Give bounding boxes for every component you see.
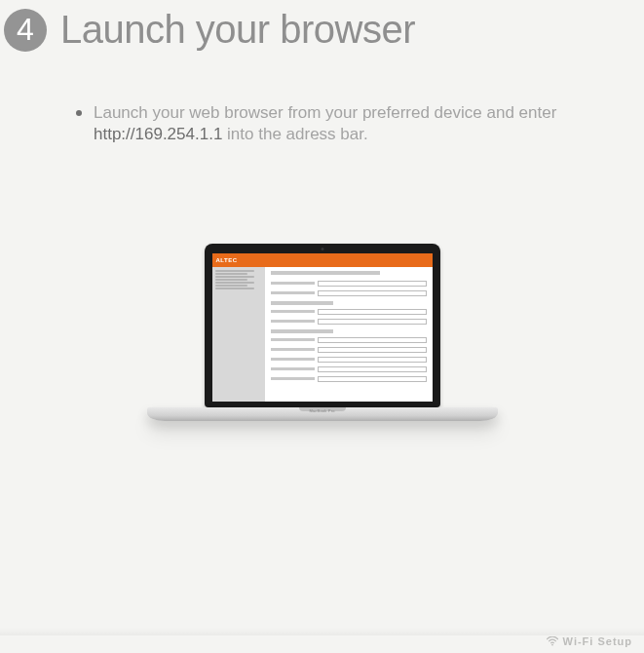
form-row — [271, 365, 427, 372]
step-number-badge: 4 — [4, 9, 47, 52]
bullet-icon — [76, 110, 82, 116]
brand-logo: ALTEC — [216, 257, 238, 263]
section-heading — [271, 271, 380, 275]
form-label — [271, 367, 315, 370]
form-row — [271, 336, 427, 343]
page-title: Launch your browser — [60, 8, 415, 52]
instruction-text: Launch your web browser from your prefer… — [94, 102, 581, 145]
step-header: 4 Launch your browser — [0, 0, 644, 52]
form-input — [318, 376, 427, 382]
config-body — [212, 267, 433, 402]
form-input — [318, 366, 427, 372]
form-input — [318, 290, 427, 296]
content-area: Launch your web browser from your prefer… — [0, 52, 644, 145]
footer-divider — [0, 628, 644, 635]
laptop-base: MacBook Pro — [147, 407, 498, 421]
section-heading — [271, 329, 333, 333]
form-row — [271, 356, 427, 363]
form-row — [271, 308, 427, 315]
form-input — [318, 337, 427, 343]
form-input — [318, 309, 427, 315]
sidebar-line — [215, 270, 255, 272]
sidebar-line — [215, 276, 255, 278]
sidebar-line — [215, 285, 248, 287]
instruction-url: http://169.254.1.1 — [94, 125, 222, 143]
config-main — [265, 267, 433, 402]
form-input — [318, 357, 427, 363]
sidebar-line — [215, 279, 248, 281]
step-number: 4 — [17, 12, 34, 48]
form-label — [271, 358, 315, 361]
sidebar-line — [215, 273, 248, 275]
config-topbar: ALTEC — [212, 253, 433, 267]
form-input — [318, 347, 427, 353]
form-row — [271, 346, 427, 353]
form-input — [318, 281, 427, 287]
form-label — [271, 310, 315, 313]
form-row — [271, 289, 427, 296]
laptop-model-label: MacBook Pro — [309, 408, 334, 413]
form-label — [271, 377, 315, 380]
svg-point-0 — [551, 644, 553, 646]
camera-icon — [321, 248, 323, 250]
form-input — [318, 319, 427, 325]
instruction-post: into the adress bar. — [222, 125, 367, 143]
laptop-screen: ALTEC — [212, 253, 433, 402]
form-label — [271, 338, 315, 341]
laptop-screen-frame: ALTEC — [205, 244, 440, 407]
form-row — [271, 375, 427, 382]
footer-label: Wi-Fi Setup — [563, 635, 632, 647]
form-label — [271, 348, 315, 351]
form-row — [271, 280, 427, 287]
sidebar-line — [215, 282, 255, 284]
section-heading — [271, 301, 333, 305]
instruction-bullet: Launch your web browser from your prefer… — [76, 102, 605, 145]
wifi-icon — [547, 636, 558, 646]
laptop-illustration: ALTEC — [147, 244, 498, 421]
sidebar-line — [215, 288, 255, 289]
form-label — [271, 291, 315, 294]
form-label — [271, 320, 315, 323]
footer: Wi-Fi Setup — [547, 635, 632, 647]
form-label — [271, 282, 315, 285]
form-row — [271, 318, 427, 325]
config-sidebar — [212, 267, 265, 402]
instruction-pre: Launch your web browser from your prefer… — [94, 103, 556, 122]
